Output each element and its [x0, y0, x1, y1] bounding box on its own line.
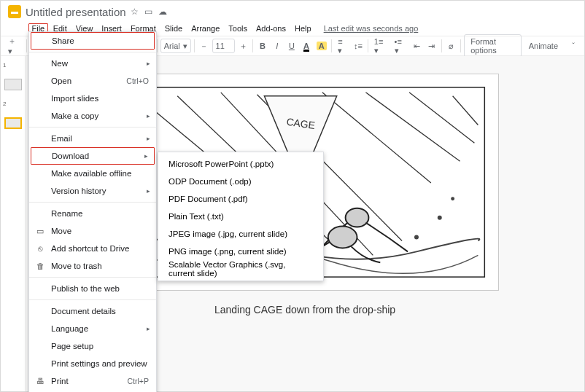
align-button[interactable]: ≡ ▾: [335, 35, 350, 58]
clear-formatting-button[interactable]: ⌀: [444, 39, 457, 53]
file-move[interactable]: ▭Move: [29, 222, 156, 240]
file-document-details[interactable]: Document details: [29, 302, 156, 320]
font-size-increase[interactable]: ＋: [236, 39, 249, 54]
chevron-right-icon: ▸: [147, 135, 150, 142]
chevron-right-icon: ▸: [147, 112, 150, 119]
collapse-toolbar-icon[interactable]: ˇ: [567, 39, 580, 52]
decrease-indent-button[interactable]: ⇤: [411, 39, 424, 53]
download-txt[interactable]: Plain Text (.txt): [158, 208, 323, 225]
file-add-shortcut[interactable]: ⎋Add shortcut to Drive: [29, 240, 156, 257]
menu-tools[interactable]: Tools: [225, 23, 251, 34]
file-language[interactable]: Language▸: [29, 320, 156, 337]
download-odp[interactable]: ODP Document (.odp): [158, 173, 323, 190]
file-rename[interactable]: Rename: [29, 205, 156, 222]
download-jpg[interactable]: JPEG image (.jpg, current slide): [158, 225, 323, 243]
file-offline[interactable]: Make available offline: [29, 165, 156, 182]
trash-icon: 🗑: [35, 262, 45, 270]
file-open[interactable]: OpenCtrl+O: [29, 72, 156, 90]
printer-icon: 🖶: [35, 377, 45, 385]
chevron-right-icon: ▸: [147, 60, 150, 67]
svg-line-6: [365, 93, 460, 161]
slide-thumbnail-1[interactable]: [4, 79, 22, 90]
file-move-to-trash[interactable]: 🗑Move to trash: [29, 257, 156, 275]
cloud-status-icon: ☁: [158, 7, 167, 17]
file-share[interactable]: Share: [31, 32, 155, 50]
file-new[interactable]: New▸: [29, 55, 156, 72]
text-color-button[interactable]: A: [300, 39, 313, 52]
svg-line-8: [453, 96, 479, 125]
title-bar: Untitled presentation ☆ ▭ ☁: [1, 1, 584, 21]
chevron-right-icon: ▸: [147, 325, 150, 332]
file-version-history[interactable]: Version history▸: [29, 182, 156, 200]
slides-logo[interactable]: [8, 5, 21, 18]
svg-point-15: [438, 216, 442, 220]
file-import-slides[interactable]: Import slides: [29, 90, 156, 107]
chevron-right-icon: ▸: [147, 187, 150, 195]
chevron-down-icon: ▾: [183, 42, 187, 51]
file-publish-web[interactable]: Publish to the web: [29, 280, 156, 297]
file-print[interactable]: 🖶PrintCtrl+P: [29, 372, 156, 390]
download-svg[interactable]: Scalable Vector Graphics (.svg, current …: [158, 260, 323, 278]
file-download[interactable]: Download▸: [31, 147, 155, 165]
svg-point-16: [451, 197, 454, 200]
file-page-setup[interactable]: Page setup: [29, 337, 156, 355]
file-menu-dropdown: Share New▸ OpenCtrl+O Import slides Make…: [28, 31, 157, 392]
bold-button[interactable]: B: [256, 39, 269, 52]
drive-shortcut-icon: ⎋: [35, 244, 45, 253]
slide-caption[interactable]: Landing CAGE down from the drop-ship: [214, 304, 395, 315]
line-spacing-button[interactable]: ↕≡: [352, 39, 365, 52]
file-make-copy[interactable]: Make a copy▸: [29, 107, 156, 125]
new-slide-button[interactable]: ＋ ▾: [5, 34, 23, 58]
underline-button[interactable]: U: [285, 39, 298, 52]
italic-button[interactable]: I: [271, 39, 284, 52]
format-options-button[interactable]: Format options: [464, 34, 522, 58]
font-size-field[interactable]: 11: [212, 39, 235, 53]
move-folder-icon[interactable]: ▭: [144, 7, 152, 17]
chevron-right-icon: ▸: [144, 152, 148, 160]
last-edit-link[interactable]: Last edit was seconds ago: [324, 24, 419, 33]
menu-slide[interactable]: Slide: [161, 23, 186, 34]
folder-move-icon: ▭: [35, 227, 45, 236]
numbered-list-button[interactable]: 1≡ ▾: [371, 35, 390, 58]
font-name: Arial: [164, 42, 180, 50]
svg-line-5: [322, 93, 431, 183]
thumb-number-2: 2: [3, 101, 6, 107]
star-icon[interactable]: ☆: [131, 7, 139, 17]
slide-filmstrip: 1 2: [1, 56, 26, 391]
font-size-decrease[interactable]: －: [198, 39, 211, 54]
bulleted-list-button[interactable]: •≡ ▾: [392, 35, 409, 58]
animate-button[interactable]: Animate: [523, 39, 564, 52]
slide-thumbnail-2[interactable]: [4, 117, 22, 129]
font-picker[interactable]: Arial▾: [160, 39, 191, 53]
download-submenu: Microsoft PowerPoint (.pptx) ODP Documen…: [158, 152, 324, 281]
menu-addons[interactable]: Add-ons: [252, 23, 290, 34]
svg-point-14: [414, 235, 419, 240]
download-png[interactable]: PNG image (.png, current slide): [158, 243, 323, 260]
document-title[interactable]: Untitled presentation: [26, 6, 126, 18]
svg-point-10: [346, 208, 369, 227]
highlight-button[interactable]: A: [314, 39, 329, 52]
thumb-number-1: 1: [3, 62, 6, 68]
download-pptx[interactable]: Microsoft PowerPoint (.pptx): [158, 155, 323, 173]
menu-arrange[interactable]: Arrange: [187, 23, 223, 34]
file-print-settings[interactable]: Print settings and preview: [29, 355, 156, 372]
svg-line-7: [409, 93, 474, 144]
menu-help[interactable]: Help: [291, 23, 315, 34]
increase-indent-button[interactable]: ⇥: [425, 39, 438, 53]
download-pdf[interactable]: PDF Document (.pdf): [158, 190, 323, 208]
file-email[interactable]: Email▸: [29, 130, 156, 147]
svg-point-11: [328, 227, 357, 248]
